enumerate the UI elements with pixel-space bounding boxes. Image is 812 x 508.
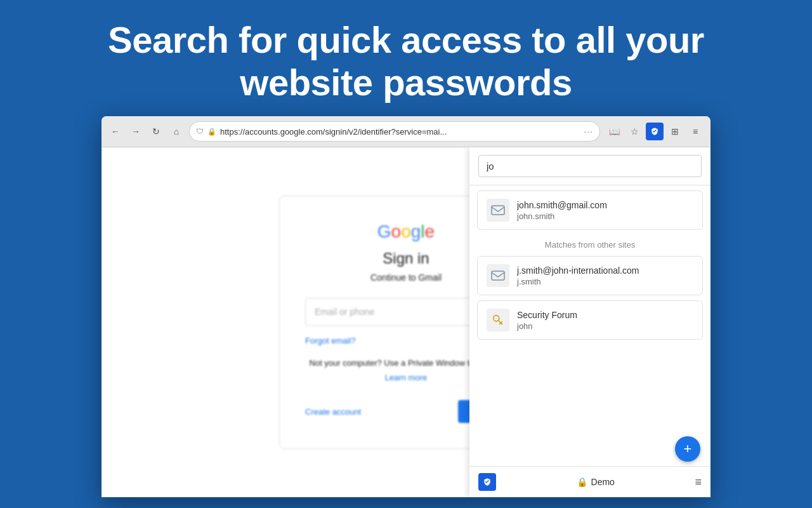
pm-result-item-2[interactable]: j.smith@john-international.com j.smith: [477, 256, 703, 295]
refresh-button[interactable]: ↻: [148, 124, 164, 139]
forward-button[interactable]: →: [128, 124, 143, 139]
google-forgot-email[interactable]: Forgot email?: [305, 336, 355, 345]
svg-rect-0: [492, 206, 504, 215]
shield-icon: 🛡: [196, 127, 204, 136]
url-text: https://accounts.google.com/signin/v2/id…: [220, 127, 580, 137]
pm-result-email-2: j.smith@john-international.com: [517, 265, 693, 276]
browser-menu-button[interactable]: ≡: [686, 123, 704, 140]
more-options-icon: ···: [584, 126, 593, 137]
pm-result-icon-1: [487, 199, 509, 222]
hero-title-line1: Search for quick access to all your: [108, 19, 704, 62]
browser-chrome: ← → ↻ ⌂ 🛡 🔒 https://accounts.google.com/…: [102, 116, 710, 147]
lock-icon: 🔒: [207, 128, 216, 136]
google-learn-more-link[interactable]: Learn more: [385, 373, 427, 382]
google-logo: Google: [377, 222, 435, 242]
pm-footer-lock-icon: 🔒: [577, 477, 587, 487]
back-button[interactable]: ←: [108, 124, 123, 139]
browser-actions: 📖 ☆ ⊞ ≡: [605, 123, 704, 140]
pm-footer-menu-button[interactable]: ≡: [695, 476, 702, 489]
google-create-account[interactable]: Create account: [305, 407, 361, 417]
password-manager-dropdown: john.smith@gmail.com john.smith Matches …: [469, 147, 710, 497]
pm-footer: 🔒 Demo ≡: [469, 466, 710, 497]
pm-result-item-3[interactable]: Security Forum john: [477, 300, 703, 340]
pm-result-info-1: john.smith@gmail.com john.smith: [517, 200, 693, 221]
google-subtitle: Continue to Gmail: [370, 272, 442, 283]
pm-result-title-3: Security Forum: [517, 310, 693, 320]
pm-footer-logo: [478, 473, 496, 491]
pm-result-info-2: j.smith@john-international.com j.smith: [517, 265, 693, 286]
bookmark-button[interactable]: ☆: [625, 123, 643, 140]
pm-footer-brand: [478, 473, 496, 491]
bitwarden-extension-button[interactable]: [646, 123, 664, 140]
home-button[interactable]: ⌂: [169, 124, 184, 139]
pm-search-area: [469, 147, 710, 185]
email-placeholder: Email or phone: [315, 307, 374, 317]
svg-rect-1: [492, 271, 504, 280]
reader-view-button[interactable]: 📖: [605, 123, 623, 140]
pm-result-email-1: john.smith@gmail.com: [517, 200, 693, 210]
pm-result-username-1: john.smith: [517, 211, 693, 221]
browser-window: ← → ↻ ⌂ 🛡 🔒 https://accounts.google.com/…: [102, 116, 710, 497]
browser-content: Google Sign in Continue to Gmail Email o…: [102, 147, 710, 497]
pm-footer-vault-label: Demo: [591, 477, 615, 487]
address-bar[interactable]: 🛡 🔒 https://accounts.google.com/signin/v…: [189, 121, 600, 142]
pm-result-username-2: j.smith: [517, 277, 693, 286]
google-title: Sign in: [383, 250, 429, 267]
pm-result-info-3: Security Forum john: [517, 310, 693, 331]
pm-footer-vault: 🔒 Demo: [577, 477, 615, 487]
hero-section: Search for quick access to all your webs…: [70, 0, 742, 116]
pm-result-icon-2: [487, 264, 509, 287]
pm-results-list: john.smith@gmail.com john.smith Matches …: [469, 185, 710, 466]
pm-result-item-1[interactable]: john.smith@gmail.com john.smith: [477, 190, 703, 230]
pm-section-label: Matches from other sites: [477, 235, 703, 256]
pm-search-input[interactable]: [478, 155, 702, 177]
hero-title: Search for quick access to all your webs…: [108, 19, 704, 104]
hero-title-line2: website passwords: [108, 62, 704, 104]
extensions-button[interactable]: ⊞: [666, 123, 684, 140]
pm-result-icon-3: [487, 309, 509, 331]
pm-result-username-3: john: [517, 321, 693, 331]
